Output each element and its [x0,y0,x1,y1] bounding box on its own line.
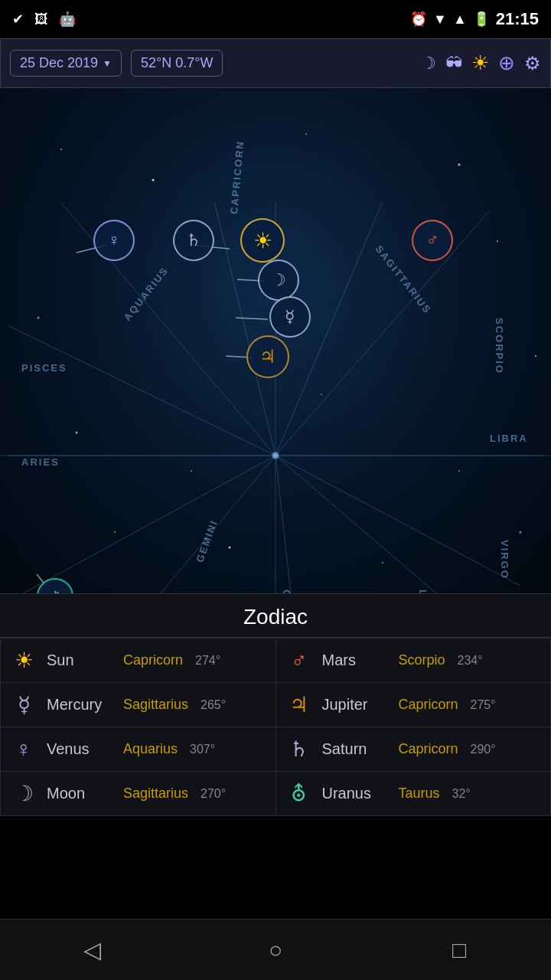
date-button[interactable]: 25 Dec 2019 ▼ [10,50,122,77]
jupiter-table-symbol: ♃ [284,692,315,717]
svg-point-11 [114,531,116,533]
svg-text:CANCER: CANCER [281,590,292,593]
svg-point-6 [535,355,536,357]
saturn-table-name: Saturn [322,740,391,758]
svg-point-10 [382,562,383,564]
saturn-cell[interactable]: ♄ Saturn Capricorn 290° [276,727,551,772]
svg-text:LEO: LEO [417,590,429,593]
svg-point-5 [37,317,40,319]
moon-phase-button[interactable]: ☽ [421,54,436,74]
moon-symbol: ☽ [271,270,286,290]
mars-table-name: Mars [322,652,391,669]
uranus-table-name: Uranus [322,785,391,802]
mercury-table-name: Mercury [47,696,116,714]
moon-icon: ☽ [421,54,436,74]
back-icon: ◁ [83,936,101,963]
svg-point-46 [272,452,279,459]
svg-text:VIRGO: VIRGO [499,540,510,580]
alarm-icon: ⏰ [410,11,427,28]
wifi-icon: ▼ [433,11,447,28]
moon-cell[interactable]: ☽ Moon Sagittarius 270° [1,772,276,816]
sun-table-sign: Capricorn [123,652,183,668]
saturn-table-sign: Capricorn [399,741,458,757]
zodiac-table: ☀ Sun Capricorn 274° ♂ Mars Scorpio 234° [0,638,551,816]
uranus-table-symbol: ⛢ [284,781,315,806]
svg-text:PISCES: PISCES [21,362,67,374]
sun-table-symbol: ☀ [8,648,39,673]
mercury-cell[interactable]: ☿ Mercury Sagittarius 265° [1,683,276,727]
svg-line-22 [276,456,291,593]
uranus-table-deg: 32° [452,787,471,801]
svg-point-3 [458,164,461,166]
bottom-nav: ◁ ○ □ [0,919,551,980]
svg-point-9 [229,547,231,549]
glasses-button[interactable]: 🕶 [445,54,462,74]
svg-point-14 [191,470,192,472]
chiron-symbol: ⚷ [50,587,61,593]
glasses-icon: 🕶 [445,54,462,74]
sun-planet[interactable]: ☀ [240,218,285,263]
recent-button[interactable]: □ [429,920,490,981]
uranus-table-sign: Taurus [399,786,440,802]
venus-cell[interactable]: ♀ Venus Aquarius 307° [1,727,276,772]
jupiter-table-deg: 275° [471,698,496,712]
moon-table-deg: 270° [201,787,226,801]
status-bar: ✔ 🖼 🤖 ⏰ ▼ ▲ 🔋 21:15 [0,0,551,38]
wheel-icon: ⊕ [498,51,515,75]
location-button[interactable]: 52°N 0.7°W [131,50,223,77]
venus-table-deg: 307° [190,743,215,756]
wheel-button[interactable]: ⊕ [498,51,515,75]
jupiter-table-name: Jupiter [322,696,391,714]
svg-point-4 [497,240,498,242]
venus-planet[interactable]: ♀ [93,220,135,261]
mercury-planet[interactable]: ☿ [269,296,311,338]
moon-planet[interactable]: ☽ [258,260,299,301]
jupiter-cell[interactable]: ♃ Jupiter Capricorn 275° [276,683,551,727]
mars-table-sign: Scorpio [399,652,445,668]
venus-table-symbol: ♀ [8,737,39,762]
recent-icon: □ [452,937,466,963]
svg-point-1 [152,179,155,181]
mars-cell[interactable]: ♂ Mars Scorpio 234° [276,639,551,683]
jupiter-symbol: ♃ [259,346,276,368]
sun-button[interactable]: ☀ [471,51,489,75]
settings-icon: ⚙ [524,53,541,74]
mars-table-deg: 234° [458,654,483,668]
mars-planet[interactable]: ♂ [412,220,453,261]
date-dropdown-icon: ▼ [103,58,112,69]
saturn-table-symbol: ♄ [284,737,315,762]
location-label: 52°N 0.7°W [141,55,213,70]
settings-button[interactable]: ⚙ [524,53,541,74]
sun-symbol: ☀ [253,228,272,253]
svg-point-7 [76,432,78,434]
moon-table-name: Moon [47,785,116,802]
venus-table-name: Venus [47,740,116,758]
table-row: ♀ Venus Aquarius 307° ♄ Saturn Capricorn… [1,727,551,772]
svg-text:GEMINI: GEMINI [194,518,220,564]
zodiac-section: Zodiac ☀ Sun Capricorn 274° ♂ Mars Scorp… [0,593,551,816]
saturn-planet[interactable]: ♄ [173,220,214,261]
mercury-table-deg: 265° [201,698,226,712]
status-time: 21:15 [496,9,539,29]
signal-icon: ▲ [453,11,467,28]
table-row: ☀ Sun Capricorn 274° ♂ Mars Scorpio 234° [1,639,551,683]
mercury-table-symbol: ☿ [8,692,39,717]
svg-text:CAPRICORN: CAPRICORN [228,140,246,215]
sun-cell[interactable]: ☀ Sun Capricorn 274° [1,639,276,683]
moon-table-symbol: ☽ [8,781,39,806]
back-button[interactable]: ◁ [61,920,122,981]
svg-point-2 [305,133,307,135]
star-chart[interactable]: AQUARIUS CAPRICORN SAGITTARIUS SCORPIO L… [0,88,551,593]
top-bar: 25 Dec 2019 ▼ 52°N 0.7°W ☽ 🕶 ☀ ⊕ ⚙ [0,38,551,88]
mars-symbol: ♂ [426,230,439,250]
zodiac-title: Zodiac [0,594,551,638]
robot-icon: 🤖 [59,11,76,28]
moon-table-sign: Sagittarius [123,786,188,802]
saturn-symbol: ♄ [186,230,201,250]
svg-text:AQUARIUS: AQUARIUS [122,264,171,322]
mars-table-symbol: ♂ [284,648,315,673]
uranus-cell[interactable]: ⛢ Uranus Taurus 32° [276,772,551,816]
jupiter-planet[interactable]: ♃ [246,335,289,378]
svg-text:SCORPIO: SCORPIO [494,318,505,374]
home-button[interactable]: ○ [245,920,306,981]
